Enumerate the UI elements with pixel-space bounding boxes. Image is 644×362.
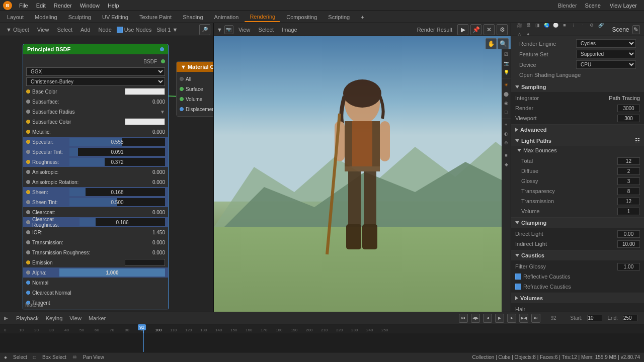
- tab-scripting[interactable]: Scripting: [323, 12, 355, 22]
- viewport-content[interactable]: ✋ 🔍 ⚂ 📷 💡 ☀ ⬤ ◉ □ ⚭ ◐ ⊛ ■ ◆: [214, 36, 511, 312]
- volumes-header[interactable]: Volumes: [511, 293, 644, 303]
- view-layer-selector[interactable]: View Layer: [606, 3, 641, 9]
- vp-zoom-icon[interactable]: 🔍: [498, 38, 509, 49]
- vp-cam-icon[interactable]: 📷: [502, 59, 510, 67]
- next-keyframe-btn[interactable]: ▶◀: [519, 314, 528, 323]
- ss-color-swatch[interactable]: [125, 118, 165, 125]
- physics-icon[interactable]: ⚙: [588, 23, 596, 29]
- subsurface-method-row[interactable]: Christensen-Burley: [23, 76, 168, 86]
- menu-render[interactable]: Render: [50, 0, 76, 11]
- tab-modeling[interactable]: Modeling: [30, 12, 62, 22]
- use-nodes-toggle[interactable]: Use Nodes: [117, 27, 151, 33]
- viewport-collapse-icon[interactable]: ▼: [217, 27, 222, 33]
- emission-swatch[interactable]: [125, 259, 165, 266]
- menu-file[interactable]: File: [15, 0, 32, 11]
- step-fwd-btn[interactable]: ►: [507, 314, 516, 323]
- ss-radius-expand[interactable]: ▼: [160, 109, 165, 115]
- scene-icon[interactable]: 🌏: [542, 23, 550, 29]
- view-menu[interactable]: View: [66, 315, 85, 322]
- play-btn[interactable]: ▶: [495, 314, 504, 323]
- render-engine-dropdown[interactable]: Cycles: [576, 39, 636, 48]
- view-menu-btn[interactable]: 📷: [224, 25, 233, 34]
- device-dropdown[interactable]: CPU: [576, 60, 636, 69]
- light-paths-header[interactable]: Light Paths ☷: [511, 135, 644, 146]
- transmission-bounces-input[interactable]: [617, 198, 640, 205]
- scene-selector[interactable]: Scene: [581, 3, 605, 9]
- object-icon[interactable]: ■: [560, 23, 569, 29]
- start-frame-input[interactable]: [587, 315, 602, 321]
- props-expand-icon[interactable]: ✎: [632, 25, 640, 34]
- sheen-tint-slider[interactable]: 0.500: [69, 198, 165, 206]
- menu-help[interactable]: Help: [104, 0, 123, 11]
- tab-layout[interactable]: Layout: [2, 12, 29, 22]
- vp-close-icon[interactable]: ✕: [484, 24, 495, 35]
- alpha-slider[interactable]: 1.000: [59, 268, 165, 277]
- tab-animation[interactable]: Animation: [209, 12, 244, 22]
- roughness-slider[interactable]: 0.372: [69, 158, 165, 166]
- node-object-selector[interactable]: ▼ Object: [3, 26, 32, 34]
- end-frame-input[interactable]: [623, 315, 638, 321]
- cc-roughness-slider[interactable]: 0.186: [79, 218, 165, 226]
- base-color-swatch[interactable]: [125, 88, 165, 95]
- output-props-icon[interactable]: 🖶: [524, 23, 532, 29]
- total-bounces-input[interactable]: [617, 157, 640, 165]
- vp-clone-icon[interactable]: ▶: [457, 24, 468, 35]
- tab-add[interactable]: +: [356, 12, 369, 22]
- tab-texture-paint[interactable]: Texture Paint: [134, 12, 177, 22]
- node-node-menu[interactable]: Node: [96, 26, 115, 34]
- vp-prop-icon[interactable]: ◆: [502, 160, 510, 168]
- vp-overlay-icon[interactable]: ◐: [502, 130, 510, 138]
- step-back-btn[interactable]: ◄: [483, 314, 492, 323]
- vp-snap-icon[interactable]: ■: [502, 151, 510, 159]
- particles-icon[interactable]: ⋅: [579, 23, 587, 29]
- glossy-bounces-input[interactable]: [617, 177, 640, 185]
- constraints-icon[interactable]: 🔗: [597, 23, 605, 29]
- distribution-row[interactable]: GGX: [23, 66, 168, 76]
- advanced-header[interactable]: Advanced: [511, 125, 644, 135]
- vp-select-btn[interactable]: Select: [256, 26, 277, 33]
- filter-glossy-input[interactable]: [617, 263, 640, 270]
- vp-render-icon[interactable]: ☀: [502, 81, 510, 89]
- clamping-header[interactable]: Clamping: [511, 218, 644, 228]
- vp-nav-icon[interactable]: ⚂: [502, 50, 510, 58]
- render-props-icon[interactable]: 🎥: [515, 23, 523, 29]
- tab-sculpting[interactable]: Sculpting: [63, 12, 96, 22]
- timeline-track[interactable]: [0, 333, 644, 352]
- tab-compositing[interactable]: Compositing: [281, 12, 322, 22]
- vp-pin-icon[interactable]: 📌: [470, 24, 481, 35]
- direct-light-input[interactable]: [617, 230, 640, 238]
- sampling-header[interactable]: Sampling: [511, 82, 644, 92]
- tab-uv-editing[interactable]: UV Editing: [97, 12, 133, 22]
- specular-slider[interactable]: 0.555: [69, 138, 165, 146]
- tab-rendering[interactable]: Rendering: [245, 12, 280, 22]
- viewport-samples-input[interactable]: 300: [617, 115, 640, 122]
- volume-bounces-input[interactable]: [617, 208, 640, 215]
- diffuse-bounces-input[interactable]: [617, 167, 640, 175]
- node-add-menu[interactable]: Add: [77, 26, 94, 34]
- vp-light-icon[interactable]: 💡: [502, 68, 510, 76]
- vp-view-btn[interactable]: View: [235, 26, 254, 33]
- caustics-header[interactable]: Caustics: [511, 250, 644, 260]
- jump-end-btn[interactable]: ⏭: [531, 314, 540, 323]
- keying-menu[interactable]: Keying: [43, 315, 66, 322]
- playback-menu[interactable]: Playback: [13, 315, 42, 322]
- vp-image-btn[interactable]: Image: [279, 26, 300, 33]
- pin-icon[interactable]: 🔎: [199, 24, 210, 35]
- distribution-dropdown[interactable]: GGX: [26, 67, 165, 76]
- world-icon[interactable]: ⚪: [551, 23, 559, 29]
- vp-solid-icon[interactable]: ⬤: [502, 90, 510, 98]
- mod-icon[interactable]: ⁞: [570, 23, 578, 29]
- transparency-bounces-input[interactable]: [617, 188, 640, 195]
- vp-settings-icon[interactable]: ⚙: [497, 24, 508, 35]
- marker-menu[interactable]: Marker: [86, 315, 109, 322]
- slot-selector[interactable]: Slot 1 ▼: [153, 26, 181, 34]
- tab-shading[interactable]: Shading: [178, 12, 208, 22]
- subsurface-method-dropdown[interactable]: Christensen-Burley: [26, 77, 165, 86]
- render-samples-input[interactable]: 3000: [617, 105, 640, 112]
- vp-wireframe-icon[interactable]: □: [502, 108, 510, 116]
- vp-hand-icon[interactable]: ✋: [486, 38, 497, 49]
- use-nodes-checkbox[interactable]: [117, 27, 123, 33]
- sheen-slider[interactable]: 0.168: [69, 188, 165, 196]
- prev-keyframe-btn[interactable]: ◀▶: [471, 314, 480, 323]
- node-select-menu[interactable]: Select: [54, 26, 75, 34]
